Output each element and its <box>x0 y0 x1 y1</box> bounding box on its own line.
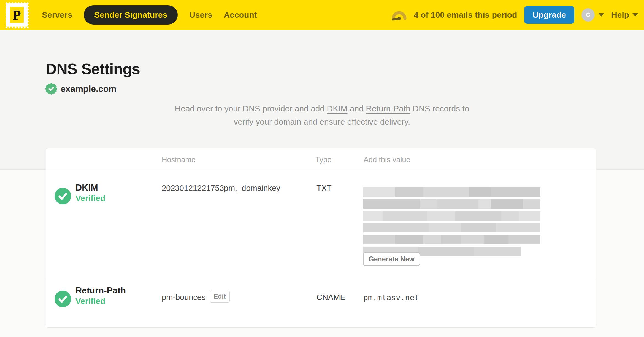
status-badge: Verified <box>75 296 105 306</box>
nav-right: 4 of 100 emails this period Upgrade C He… <box>391 6 638 24</box>
usage-gauge-icon <box>391 9 407 21</box>
redacted-value-bar <box>363 199 540 209</box>
redacted-value-bar <box>363 211 540 221</box>
avatar[interactable]: C <box>581 8 595 22</box>
redacted-value-bar <box>363 187 540 197</box>
verified-check-icon <box>55 291 71 307</box>
postmark-logo[interactable]: P <box>6 3 28 27</box>
help-menu[interactable]: Help <box>611 10 638 20</box>
page-title: DNS Settings <box>46 60 140 78</box>
help-label: Help <box>611 10 629 20</box>
return-path-hostname: pm-bounces <box>162 293 206 302</box>
redacted-value-bar <box>363 235 540 244</box>
column-header-type: Type <box>315 156 332 164</box>
record-name: DKIM <box>75 183 98 193</box>
table-header-row: Hostname Type Add this value <box>46 148 596 170</box>
row-divider <box>46 279 596 279</box>
record-name: Return-Path <box>75 285 126 296</box>
dkim-link[interactable]: DKIM <box>327 104 348 113</box>
instructions-text-line2: verify your domain and ensure effective … <box>234 117 410 126</box>
edit-button[interactable]: Edit <box>210 291 230 303</box>
generate-new-button[interactable]: Generate New <box>363 252 420 266</box>
nav-item-sender-signatures[interactable]: Sender Signatures <box>84 5 178 25</box>
usage-text: 4 of 100 emails this period <box>414 10 517 20</box>
dns-settings-page: P Servers Sender Signatures Users Accoun… <box>0 0 644 337</box>
account-menu[interactable]: C <box>581 8 604 22</box>
postmark-logo-letter: P <box>10 7 24 23</box>
return-path-record-type: CNAME <box>316 293 345 302</box>
column-header-hostname: Hostname <box>162 156 196 164</box>
redacted-dkim-value <box>363 187 540 258</box>
domain-name: example.com <box>61 84 117 94</box>
chevron-down-icon <box>632 13 638 17</box>
nav-item-account[interactable]: Account <box>224 10 257 20</box>
status-badge: Verified <box>75 194 105 203</box>
nav-item-servers[interactable]: Servers <box>42 10 72 20</box>
column-header-value: Add this value <box>364 156 410 164</box>
verified-seal-icon <box>45 83 57 95</box>
instructions-text: Head over to your DNS provider and add <box>175 104 327 113</box>
return-path-value: pm.mtasv.net <box>363 293 419 302</box>
dns-records-card: Hostname Type Add this value DKIM Verifi… <box>46 148 596 328</box>
return-path-link[interactable]: Return-Path <box>366 104 410 113</box>
upgrade-button[interactable]: Upgrade <box>524 6 574 24</box>
chevron-down-icon <box>599 13 604 17</box>
dkim-record-type: TXT <box>316 184 332 193</box>
redacted-value-bar <box>363 223 540 232</box>
top-nav: P Servers Sender Signatures Users Accoun… <box>0 0 644 30</box>
verified-domain: example.com <box>45 83 117 95</box>
dkim-hostname: 20230121221753pm._domainkey <box>162 184 280 193</box>
verified-check-icon <box>55 188 71 204</box>
dns-instructions: Head over to your DNS provider and add D… <box>0 102 644 129</box>
nav-item-users[interactable]: Users <box>189 10 212 20</box>
nav-links: Servers Sender Signatures Users Account <box>42 5 257 25</box>
